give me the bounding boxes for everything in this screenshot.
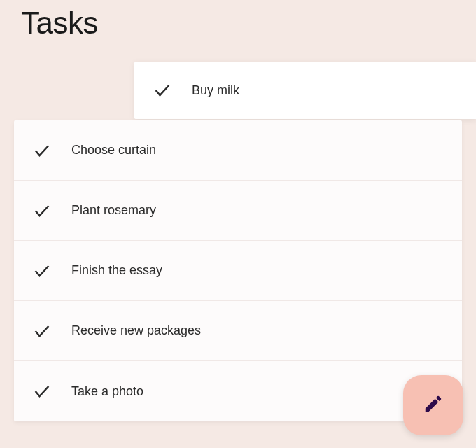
task-label: Choose curtain xyxy=(71,143,156,158)
task-label: Receive new packages xyxy=(71,323,201,338)
task-label: Buy milk xyxy=(192,83,239,98)
task-label: Plant rosemary xyxy=(71,203,156,218)
page-title: Tasks xyxy=(0,0,476,41)
task-row[interactable]: Choose curtain xyxy=(14,120,462,181)
task-label: Finish the essay xyxy=(71,263,162,278)
check-icon xyxy=(32,201,52,220)
task-list: Choose curtain Plant rosemary Finish the… xyxy=(14,120,462,421)
fab-edit-button[interactable] xyxy=(403,375,463,435)
check-icon xyxy=(32,141,52,160)
check-icon xyxy=(32,321,52,341)
task-row[interactable]: Finish the essay xyxy=(14,241,462,301)
task-row[interactable]: Receive new packages xyxy=(14,301,462,361)
check-icon xyxy=(32,382,52,401)
task-label: Take a photo xyxy=(71,384,144,399)
check-icon xyxy=(32,261,52,281)
task-row[interactable]: Take a photo xyxy=(14,361,462,421)
floating-task-card: Buy milk xyxy=(134,62,476,119)
pencil-icon xyxy=(423,393,444,417)
check-icon xyxy=(153,80,172,100)
task-row[interactable]: Buy milk xyxy=(134,62,476,119)
task-row[interactable]: Plant rosemary xyxy=(14,181,462,241)
